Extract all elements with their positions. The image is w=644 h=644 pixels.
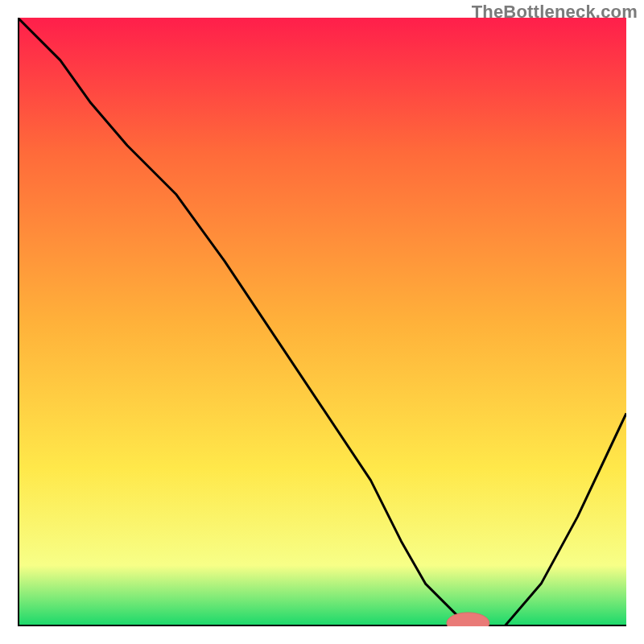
chart-svg [18,18,626,626]
plot-area [18,18,626,626]
chart-frame: TheBottleneck.com [0,0,644,644]
gradient-background [18,18,626,626]
